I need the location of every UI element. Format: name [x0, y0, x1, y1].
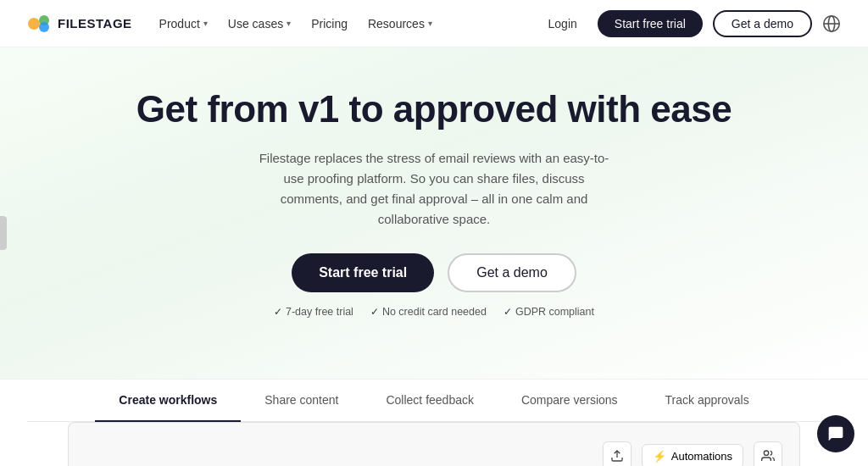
- svg-point-2: [39, 22, 49, 32]
- people-button[interactable]: [754, 441, 782, 466]
- chevron-down-icon: ▾: [287, 19, 291, 28]
- automations-button[interactable]: ⚡ Automations: [642, 444, 743, 466]
- logo-text: FILESTAGE: [58, 16, 132, 31]
- upload-button[interactable]: [603, 441, 632, 466]
- login-button[interactable]: Login: [538, 12, 587, 36]
- preview-toolbar: ⚡ Automations: [603, 441, 782, 466]
- logo-icon: [27, 14, 51, 33]
- nav-trial-button[interactable]: Start free trial: [598, 10, 703, 37]
- hero-badges: ✓ 7-day free trial ✓ No credit card need…: [27, 306, 841, 318]
- hero-demo-button[interactable]: Get a demo: [448, 253, 576, 292]
- nav-right: Login Start free trial Get a demo: [538, 10, 841, 37]
- tab-create-workflows[interactable]: Create workflows: [95, 380, 241, 422]
- tabs-section: Create workflows Share content Collect f…: [0, 379, 868, 422]
- lightning-icon: ⚡: [653, 450, 666, 463]
- scroll-indicator: [0, 216, 7, 250]
- nav-left: FILESTAGE Product ▾ Use cases ▾ Pricing …: [27, 14, 432, 33]
- chevron-down-icon: ▾: [203, 19, 208, 28]
- badge-no-cc: ✓ No credit card needed: [370, 306, 487, 318]
- nav-product[interactable]: Product ▾: [159, 17, 208, 31]
- hero-subtitle: Filestage replaces the stress of email r…: [256, 148, 612, 230]
- chat-icon: [827, 425, 844, 442]
- tab-compare-versions[interactable]: Compare versions: [498, 380, 642, 422]
- tab-track-approvals[interactable]: Track approvals: [642, 380, 773, 422]
- hero-section: Get from v1 to approved with ease Filest…: [0, 47, 868, 379]
- svg-point-7: [764, 451, 768, 455]
- logo[interactable]: FILESTAGE: [27, 14, 132, 33]
- badge-gdpr: ✓ GDPR compliant: [504, 306, 594, 318]
- check-icon: ✓: [504, 306, 512, 318]
- check-icon: ✓: [274, 306, 282, 318]
- badge-trial: ✓ 7-day free trial: [274, 306, 353, 318]
- preview-area: ⚡ Automations: [68, 422, 800, 466]
- hero-buttons: Start free trial Get a demo: [27, 253, 841, 292]
- language-icon[interactable]: [822, 14, 841, 33]
- hero-trial-button[interactable]: Start free trial: [292, 253, 434, 292]
- tabs-row: Create workflows Share content Collect f…: [27, 380, 841, 422]
- svg-point-0: [28, 18, 40, 30]
- nav-use-cases[interactable]: Use cases ▾: [228, 17, 291, 31]
- nav-demo-button[interactable]: Get a demo: [713, 10, 812, 37]
- navbar: FILESTAGE Product ▾ Use cases ▾ Pricing …: [0, 0, 868, 47]
- tab-collect-feedback[interactable]: Collect feedback: [362, 380, 498, 422]
- check-icon: ✓: [370, 306, 379, 318]
- chevron-down-icon: ▾: [428, 19, 432, 28]
- hero-title: Get from v1 to approved with ease: [27, 88, 841, 131]
- tab-share-content[interactable]: Share content: [241, 380, 362, 422]
- nav-links: Product ▾ Use cases ▾ Pricing Resources …: [159, 17, 432, 31]
- chat-button[interactable]: [817, 415, 854, 452]
- nav-resources[interactable]: Resources ▾: [368, 17, 432, 31]
- nav-pricing[interactable]: Pricing: [311, 17, 348, 31]
